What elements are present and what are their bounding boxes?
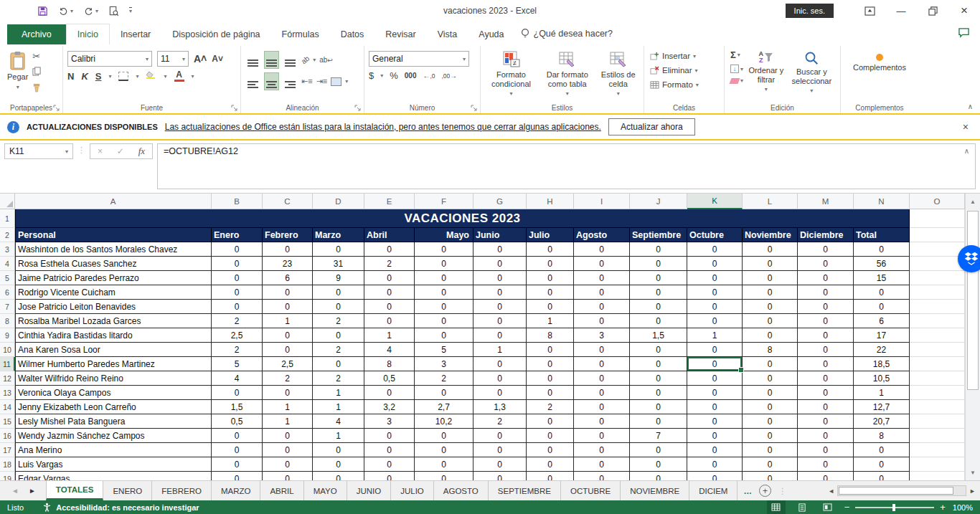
cell-K9[interactable]: 1 <box>687 328 743 343</box>
cell-A5[interactable]: Jaime Patricio Paredes Perrazo <box>15 271 212 285</box>
header-cell-julio[interactable]: Julio <box>527 228 574 242</box>
column-header-M[interactable]: M <box>798 194 854 209</box>
cell-A12[interactable]: Walter Wilfrido Reino Reino <box>15 371 212 386</box>
cell-M7[interactable]: 0 <box>798 300 854 314</box>
cell-N7[interactable]: 0 <box>854 300 910 314</box>
align-middle-icon[interactable] <box>264 51 279 69</box>
header-cell-diciembre[interactable]: Diciembre <box>798 228 854 242</box>
cell-C7[interactable]: 0 <box>263 300 313 314</box>
cell-C14[interactable]: 1 <box>263 400 313 414</box>
grow-font-icon[interactable]: A˄ <box>194 53 207 65</box>
cell-L13[interactable]: 0 <box>743 386 798 400</box>
cell-O14[interactable] <box>910 400 965 414</box>
fill-color-icon[interactable] <box>146 71 156 81</box>
align-bottom-icon[interactable] <box>283 51 298 69</box>
fill-color-caret-icon[interactable]: ▾ <box>164 73 166 80</box>
merge-caret-icon[interactable]: ▾ <box>345 78 348 85</box>
cell-B17[interactable]: 0 <box>212 443 263 457</box>
customize-qat-icon[interactable]: ▾ <box>129 7 132 14</box>
cell-J3[interactable]: 0 <box>630 242 687 257</box>
cell-B4[interactable]: 0 <box>212 257 263 271</box>
page-break-view-icon[interactable] <box>819 500 837 514</box>
cell-D18[interactable]: 0 <box>313 457 364 472</box>
vertical-scroll-thumb[interactable] <box>967 211 979 390</box>
cell-L19[interactable]: 0 <box>743 472 798 480</box>
cell-I9[interactable]: 3 <box>574 328 630 343</box>
row-header-18[interactable]: 18 <box>0 457 15 472</box>
column-header-J[interactable]: J <box>630 194 687 209</box>
column-header-E[interactable]: E <box>364 194 415 209</box>
cell-E14[interactable]: 3,2 <box>364 400 415 414</box>
cell-G17[interactable]: 0 <box>473 443 527 457</box>
ribbon-tab-ayuda[interactable]: Ayuda <box>468 24 514 44</box>
cell-D14[interactable]: 1 <box>313 400 364 414</box>
formula-input[interactable]: =OCTUBRE!AG12 ∧ <box>157 143 976 189</box>
column-header-I[interactable]: I <box>574 194 630 209</box>
cell-A4[interactable]: Rosa Esthela Cuases Sanchez <box>15 257 212 271</box>
cell-L15[interactable]: 0 <box>743 414 798 429</box>
cell-F14[interactable]: 2,7 <box>415 400 473 414</box>
cell-E12[interactable]: 0,5 <box>364 371 415 386</box>
cut-icon[interactable]: ✂ <box>32 51 42 62</box>
cell-G4[interactable]: 0 <box>473 257 527 271</box>
comma-format-icon[interactable]: 000 <box>405 72 417 80</box>
cell-K14[interactable]: 0 <box>687 400 743 414</box>
cell-M19[interactable]: 0 <box>798 472 854 480</box>
row-header-9[interactable]: 9 <box>0 328 15 343</box>
row-header-15[interactable]: 15 <box>0 414 15 429</box>
find-select-button[interactable]: Buscar y seleccionar ▾ <box>788 48 836 97</box>
align-center-icon[interactable] <box>264 72 279 90</box>
cell-C9[interactable]: 0 <box>263 328 313 343</box>
cell-F7[interactable]: 0 <box>415 300 473 314</box>
cell-O18[interactable] <box>910 457 965 472</box>
cell-L3[interactable]: 0 <box>743 242 798 257</box>
cell-N11[interactable]: 18,5 <box>854 357 910 371</box>
cell-G16[interactable]: 0 <box>473 429 527 443</box>
ribbon-tab-revisar[interactable]: Revisar <box>374 24 426 44</box>
update-now-button[interactable]: Actualizar ahora <box>608 118 695 135</box>
cell-E15[interactable]: 3 <box>364 414 415 429</box>
cell-O17[interactable] <box>910 443 965 457</box>
currency-format-icon[interactable]: $ <box>369 70 374 81</box>
align-left-icon[interactable] <box>245 72 260 90</box>
cell-O13[interactable] <box>910 386 965 400</box>
cell-G18[interactable]: 0 <box>473 457 527 472</box>
cell-N14[interactable]: 12,7 <box>854 400 910 414</box>
row-header-10[interactable]: 10 <box>0 343 15 357</box>
cell-B18[interactable]: 0 <box>212 457 263 472</box>
cell-G10[interactable]: 1 <box>473 343 527 357</box>
cell-N5[interactable]: 15 <box>854 271 910 285</box>
cell-H9[interactable]: 8 <box>527 328 574 343</box>
cell-L17[interactable]: 0 <box>743 443 798 457</box>
cell-B5[interactable]: 0 <box>212 271 263 285</box>
sheet-tab-agosto[interactable]: AGOSTO <box>434 481 489 500</box>
cell-H3[interactable]: 0 <box>527 242 574 257</box>
cell-I5[interactable]: 0 <box>574 271 630 285</box>
column-header-O[interactable]: O <box>910 194 965 209</box>
cell-A8[interactable]: Rosalba Maribel Lozada Garces <box>15 314 212 328</box>
cell-J16[interactable]: 7 <box>630 429 687 443</box>
cell-H5[interactable]: 0 <box>527 271 574 285</box>
cell-M10[interactable]: 0 <box>798 343 854 357</box>
row-header-6[interactable]: 6 <box>0 285 15 300</box>
cell-D4[interactable]: 31 <box>313 257 364 271</box>
sheet-tab-totales[interactable]: TOTALES <box>46 481 104 500</box>
cell-O15[interactable] <box>910 414 965 429</box>
cell-M5[interactable]: 0 <box>798 271 854 285</box>
print-preview-icon[interactable] <box>108 6 119 16</box>
cell-C16[interactable]: 0 <box>263 429 313 443</box>
header-cell-total[interactable]: Total <box>854 228 910 242</box>
bold-button[interactable]: N <box>67 71 74 82</box>
cell-M6[interactable]: 0 <box>798 285 854 300</box>
cell-H10[interactable]: 0 <box>527 343 574 357</box>
cell-D9[interactable]: 0 <box>313 328 364 343</box>
sheet-title-cell[interactable]: VACACIONES 2023 <box>15 209 910 228</box>
cell-N18[interactable]: 0 <box>854 457 910 472</box>
cell-O1[interactable] <box>910 209 965 228</box>
redo-caret-icon[interactable]: ▾ <box>95 8 98 14</box>
header-cell-enero[interactable]: Enero <box>212 228 263 242</box>
font-name-select[interactable]: Calibri▾ <box>67 51 152 67</box>
cell-J13[interactable]: 0 <box>630 386 687 400</box>
increase-decimal-icon[interactable]: ←,0 <box>423 72 435 80</box>
cell-K10[interactable]: 0 <box>687 343 743 357</box>
